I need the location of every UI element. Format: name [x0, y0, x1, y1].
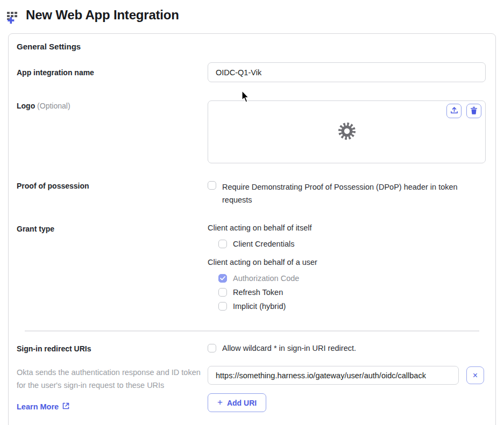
close-icon: ×	[473, 371, 478, 380]
app-integration-icon	[5, 9, 20, 24]
add-uri-button[interactable]: + Add URI	[208, 393, 266, 412]
check-icon	[220, 276, 225, 280]
authorization-code-checkbox[interactable]	[218, 274, 227, 283]
upload-logo-button[interactable]	[446, 104, 462, 118]
wildcard-label[interactable]: Allow wildcard * in sign-in URI redirect…	[222, 343, 356, 353]
refresh-token-label[interactable]: Refresh Token	[233, 287, 283, 297]
trash-icon	[470, 106, 478, 116]
dpop-row: Proof of possession Require Demonstratin…	[17, 181, 485, 206]
page-header: New Web App Integration	[0, 0, 504, 23]
implicit-hybrid-checkbox[interactable]	[218, 302, 227, 311]
grant-option-implicit-hybrid: Implicit (hybrid)	[218, 301, 485, 311]
add-uri-label: Add URI	[227, 399, 257, 407]
learn-more-link[interactable]: Learn More	[17, 402, 69, 411]
implicit-hybrid-label[interactable]: Implicit (hybrid)	[233, 301, 286, 311]
plus-icon: +	[217, 397, 223, 408]
logo-label: Logo (Optional)	[17, 100, 208, 110]
external-link-icon	[62, 402, 69, 411]
dpop-checkbox[interactable]	[208, 181, 216, 190]
learn-more-label: Learn More	[17, 402, 59, 411]
dpop-checkbox-label[interactable]: Require Demonstrating Proof of Possessio…	[222, 181, 465, 206]
redirect-uri-input[interactable]	[208, 366, 459, 385]
grant-type-label: Grant type	[17, 224, 208, 233]
refresh-token-checkbox[interactable]	[218, 288, 227, 297]
client-credentials-label[interactable]: Client Credentials	[233, 239, 294, 249]
redirect-uris-row: Sign-in redirect URIs Okta sends the aut…	[17, 343, 485, 412]
redirect-uri-row: ×	[208, 366, 485, 385]
app-name-label: App integration name	[17, 67, 208, 77]
logo-upload-box[interactable]	[208, 100, 486, 163]
upload-icon	[450, 106, 458, 116]
wildcard-checkbox[interactable]	[208, 344, 216, 352]
grant-option-authorization-code: Authorization Code	[218, 273, 485, 283]
remove-uri-button[interactable]: ×	[466, 366, 484, 384]
page-title: New Web App Integration	[26, 8, 179, 23]
grant-user-heading: Client acting on behalf of a user	[208, 258, 485, 266]
app-name-row: App integration name	[17, 67, 485, 87]
section-title: General Settings	[17, 42, 485, 51]
general-settings-card: General Settings App integration name Lo…	[8, 33, 496, 425]
wildcard-option: Allow wildcard * in sign-in URI redirect…	[208, 343, 485, 353]
redirect-helper-text: Okta sends the authentication response a…	[17, 366, 202, 392]
section-divider	[25, 330, 479, 332]
app-name-input[interactable]	[208, 62, 486, 82]
grant-type-row: Grant type Client acting on behalf of it…	[17, 224, 485, 315]
logo-row: Logo (Optional)	[17, 100, 485, 163]
authorization-code-label: Authorization Code	[233, 273, 299, 283]
grant-option-client-credentials: Client Credentials	[218, 239, 485, 249]
client-credentials-checkbox[interactable]	[218, 240, 227, 248]
delete-logo-button[interactable]	[466, 104, 481, 118]
grant-self-heading: Client acting on behalf of itself	[208, 224, 485, 232]
dpop-label: Proof of possession	[17, 181, 208, 190]
logo-optional-text: (Optional)	[37, 102, 70, 110]
grant-option-refresh-token: Refresh Token	[218, 287, 485, 297]
gear-icon	[337, 121, 357, 143]
logo-label-text: Logo	[17, 102, 35, 110]
redirect-uris-label: Sign-in redirect URIs	[17, 343, 208, 353]
